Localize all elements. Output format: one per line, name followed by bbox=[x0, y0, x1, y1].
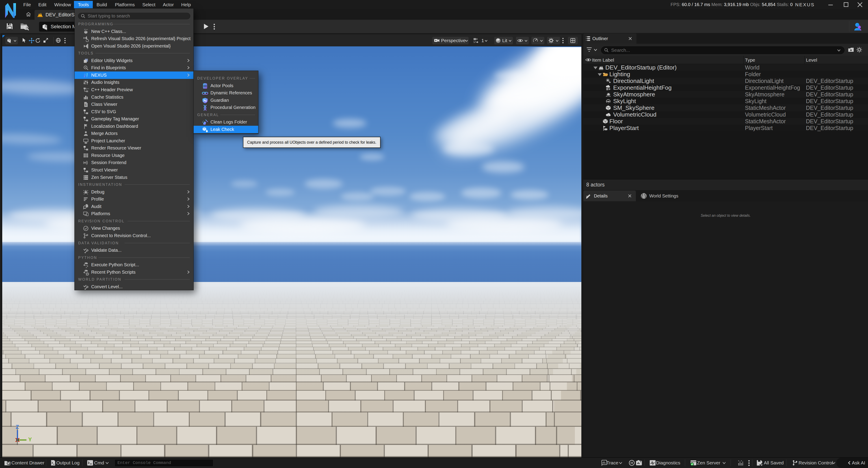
svg-text:C++: C++ bbox=[86, 88, 89, 90]
svg-text:C: C bbox=[85, 103, 87, 106]
svg-text:C++: C++ bbox=[84, 28, 88, 31]
